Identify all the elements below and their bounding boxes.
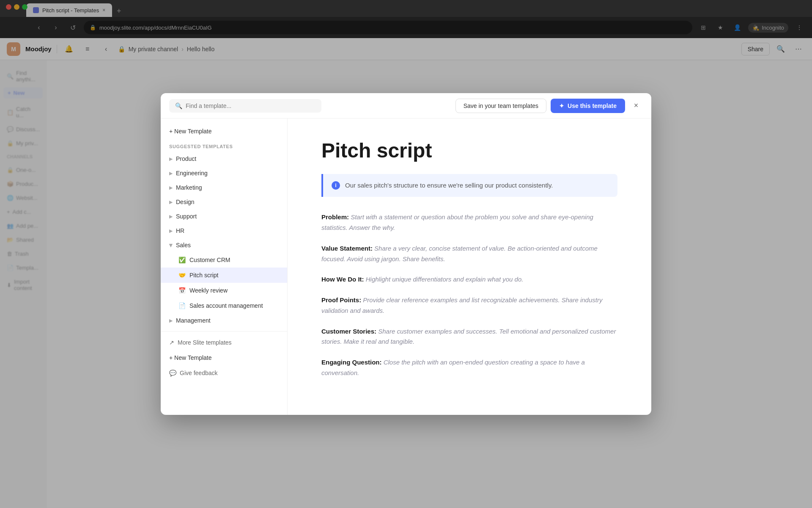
external-link-icon: ↗	[169, 339, 174, 346]
feedback-icon: 💬	[169, 370, 176, 376]
template-content-area: Pitch script i Our sales pitch's structu…	[288, 119, 651, 415]
template-category-product[interactable]: ▶ Product	[161, 152, 287, 166]
template-sub-customer-crm[interactable]: ✅ Customer CRM	[161, 252, 287, 268]
template-category-marketing[interactable]: ▶ Marketing	[161, 180, 287, 195]
template-category-management[interactable]: ▶ Management	[161, 313, 287, 328]
sub-item-label: Customer CRM	[189, 257, 230, 263]
chevron-right-icon: ▶	[169, 318, 173, 323]
info-icon: i	[332, 181, 340, 190]
use-template-button[interactable]: ✦ Use this template	[551, 99, 625, 113]
category-label: Management	[176, 317, 211, 324]
template-modal: 🔍 Save in your team templates ✦ Use this…	[161, 93, 651, 415]
template-sub-sales-account[interactable]: 📄 Sales account management	[161, 298, 287, 313]
modal-close-button[interactable]: ×	[629, 99, 643, 113]
use-template-label: Use this template	[568, 102, 617, 109]
modal-header: 🔍 Save in your team templates ✦ Use this…	[161, 93, 651, 119]
sales-account-icon: 📄	[178, 301, 186, 310]
template-search-box[interactable]: 🔍	[169, 99, 321, 113]
main-layout: 🔍 Find anythi... +New 📋Catch u... 💬Discu…	[0, 60, 812, 508]
sub-item-label: Sales account management	[189, 302, 263, 309]
template-category-design[interactable]: ▶ Design	[161, 195, 287, 209]
section-text-proof: Provide clear reference examples and lis…	[321, 296, 602, 314]
modal-body: + New Template SUGGESTED TEMPLATES ▶ Pro…	[161, 119, 651, 415]
section-label-proof: Proof Points:	[321, 296, 363, 304]
template-category-sales[interactable]: ▶ Sales	[161, 238, 287, 252]
save-team-button[interactable]: Save in your team templates	[455, 99, 546, 113]
modal-header-right: Save in your team templates ✦ Use this t…	[455, 99, 643, 113]
chevron-right-icon: ▶	[169, 185, 173, 190]
template-content-title: Pitch script	[321, 140, 617, 162]
template-bottom-new-btn[interactable]: + New Template	[161, 350, 287, 365]
customer-crm-icon: ✅	[178, 256, 186, 264]
template-sidebar: + New Template SUGGESTED TEMPLATES ▶ Pro…	[161, 119, 288, 415]
chevron-right-icon: ▶	[169, 156, 173, 162]
pitch-script-icon: 🤝	[178, 271, 186, 279]
feedback-label: Give feedback	[180, 370, 218, 376]
section-label-how: How We Do It:	[321, 276, 366, 283]
category-label: Product	[176, 155, 196, 162]
template-sidebar-bottom: ↗ More Slite templates + New Template 💬 …	[161, 331, 287, 384]
chevron-right-icon: ▶	[169, 199, 173, 205]
feedback-btn[interactable]: 💬 Give feedback	[161, 365, 287, 381]
category-label: Design	[176, 199, 195, 205]
category-label: Sales	[176, 242, 191, 248]
sub-item-label: Pitch script	[189, 272, 218, 279]
category-label: Engineering	[176, 170, 208, 177]
more-templates-label: More Slite templates	[178, 339, 232, 346]
info-text: Our sales pitch's structure to ensure we…	[345, 181, 553, 190]
template-section-how: How We Do It: Highlight unique different…	[321, 274, 617, 285]
section-text-problem: Start with a statement or question about…	[321, 213, 593, 231]
template-section-value: Value Statement: Share a very clear, con…	[321, 243, 617, 265]
template-section-problem: Problem: Start with a statement or quest…	[321, 212, 617, 233]
template-category-support[interactable]: ▶ Support	[161, 209, 287, 224]
app-container: M Moodjoy 🔔 ≡ ‹ 🔒 My private channel › H…	[0, 38, 812, 508]
chevron-right-icon: ▶	[169, 214, 173, 219]
template-category-engineering[interactable]: ▶ Engineering	[161, 166, 287, 180]
template-search-input[interactable]	[186, 102, 315, 109]
section-label-value: Value Statement:	[321, 245, 374, 252]
template-category-hr[interactable]: ▶ HR	[161, 224, 287, 238]
template-sub-pitch-script[interactable]: 🤝 Pitch script	[161, 268, 287, 283]
section-label-customer: Customer Stories:	[321, 328, 378, 335]
section-label-engaging: Engaging Question:	[321, 359, 384, 366]
section-text-how: Highlight unique differentiators and exp…	[366, 276, 524, 283]
category-label: Support	[176, 213, 197, 220]
search-icon: 🔍	[175, 102, 182, 109]
template-new-btn[interactable]: + New Template	[161, 124, 287, 139]
template-info-box: i Our sales pitch's structure to ensure …	[321, 174, 617, 197]
weekly-review-icon: 📅	[178, 286, 186, 295]
template-section-proof: Proof Points: Provide clear reference ex…	[321, 295, 617, 316]
chevron-down-icon: ▶	[168, 243, 174, 247]
template-sub-weekly-review[interactable]: 📅 Weekly review	[161, 283, 287, 298]
chevron-right-icon: ▶	[169, 171, 173, 176]
template-section-label: SUGGESTED TEMPLATES	[161, 139, 287, 152]
modal-overlay: 🔍 Save in your team templates ✦ Use this…	[0, 60, 812, 508]
template-section-customer: Customer Stories: Share customer example…	[321, 326, 617, 348]
sub-item-label: Weekly review	[189, 287, 228, 294]
template-section-engaging: Engaging Question: Close the pitch with …	[321, 357, 617, 378]
category-label: Marketing	[176, 184, 202, 191]
section-label-problem: Problem:	[321, 213, 351, 221]
use-template-icon: ✦	[559, 102, 564, 109]
category-label: HR	[176, 227, 184, 234]
more-templates-link[interactable]: ↗ More Slite templates	[161, 335, 287, 350]
chevron-right-icon: ▶	[169, 228, 173, 234]
